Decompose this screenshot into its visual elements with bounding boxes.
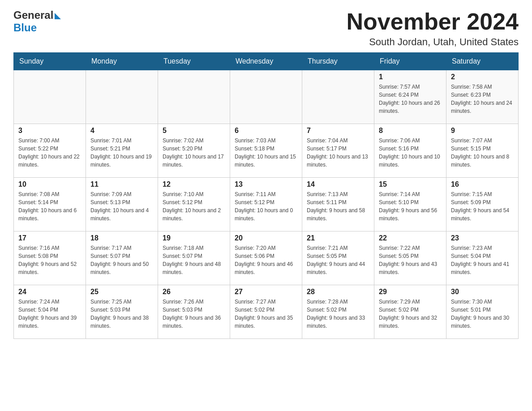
day-info: Sunrise: 7:57 AMSunset: 6:24 PMDaylight:… (379, 83, 442, 115)
day-info: Sunrise: 7:28 AMSunset: 5:02 PMDaylight:… (307, 298, 369, 330)
day-number: 6 (235, 127, 297, 135)
table-row (302, 70, 374, 124)
table-row: 12Sunrise: 7:10 AMSunset: 5:12 PMDayligh… (158, 178, 230, 231)
day-info: Sunrise: 7:16 AMSunset: 5:08 PMDaylight:… (18, 244, 81, 276)
table-row: 9Sunrise: 7:07 AMSunset: 5:15 PMDaylight… (446, 124, 519, 178)
day-info: Sunrise: 7:11 AMSunset: 5:12 PMDaylight:… (235, 190, 297, 223)
day-number: 4 (90, 127, 153, 135)
calendar-week-row: 1Sunrise: 7:57 AMSunset: 6:24 PMDaylight… (14, 70, 519, 124)
day-number: 13 (235, 180, 297, 188)
day-number: 23 (451, 234, 514, 242)
day-number: 8 (379, 127, 442, 135)
day-number: 28 (307, 288, 369, 296)
header-saturday: Saturday (446, 53, 519, 70)
day-info: Sunrise: 7:30 AMSunset: 5:01 PMDaylight:… (451, 298, 514, 330)
day-info: Sunrise: 7:08 AMSunset: 5:14 PMDaylight:… (18, 190, 81, 223)
header-tuesday: Tuesday (158, 53, 230, 70)
day-number: 15 (379, 180, 442, 188)
day-info: Sunrise: 7:23 AMSunset: 5:04 PMDaylight:… (451, 244, 514, 276)
table-row: 21Sunrise: 7:21 AMSunset: 5:05 PMDayligh… (302, 231, 374, 285)
day-number: 1 (379, 73, 442, 81)
header-sunday: Sunday (14, 53, 86, 70)
day-number: 12 (163, 180, 225, 188)
calendar-table: Sunday Monday Tuesday Wednesday Thursday… (13, 52, 519, 339)
table-row: 7Sunrise: 7:04 AMSunset: 5:17 PMDaylight… (302, 124, 374, 178)
day-info: Sunrise: 7:17 AMSunset: 5:07 PMDaylight:… (90, 244, 153, 276)
table-row: 16Sunrise: 7:15 AMSunset: 5:09 PMDayligh… (446, 178, 519, 231)
table-row: 1Sunrise: 7:57 AMSunset: 6:24 PMDaylight… (374, 70, 446, 124)
day-number: 20 (235, 234, 297, 242)
day-number: 2 (451, 73, 514, 81)
calendar-week-row: 3Sunrise: 7:00 AMSunset: 5:22 PMDaylight… (14, 124, 519, 178)
day-info: Sunrise: 7:09 AMSunset: 5:13 PMDaylight:… (90, 190, 153, 223)
page-header: General Blue November 2024 South Jordan,… (13, 9, 519, 48)
table-row (230, 70, 302, 124)
day-info: Sunrise: 7:25 AMSunset: 5:03 PMDaylight:… (90, 298, 153, 330)
table-row (158, 70, 230, 124)
table-row: 2Sunrise: 7:58 AMSunset: 6:23 PMDaylight… (446, 70, 519, 124)
title-section: November 2024 South Jordan, Utah, United… (347, 9, 519, 48)
table-row: 30Sunrise: 7:30 AMSunset: 5:01 PMDayligh… (446, 285, 519, 339)
table-row: 15Sunrise: 7:14 AMSunset: 5:10 PMDayligh… (374, 178, 446, 231)
day-info: Sunrise: 7:01 AMSunset: 5:21 PMDaylight:… (90, 137, 153, 169)
day-number: 9 (451, 127, 514, 135)
day-number: 11 (90, 180, 153, 188)
logo-general-text: General (13, 9, 53, 21)
day-info: Sunrise: 7:07 AMSunset: 5:15 PMDaylight:… (451, 137, 514, 169)
day-info: Sunrise: 7:26 AMSunset: 5:03 PMDaylight:… (163, 298, 225, 330)
header-thursday: Thursday (302, 53, 374, 70)
day-info: Sunrise: 7:10 AMSunset: 5:12 PMDaylight:… (163, 190, 225, 223)
day-info: Sunrise: 7:24 AMSunset: 5:04 PMDaylight:… (18, 298, 81, 330)
logo: General Blue (13, 9, 61, 34)
logo-triangle-icon (55, 13, 61, 19)
table-row: 29Sunrise: 7:29 AMSunset: 5:02 PMDayligh… (374, 285, 446, 339)
day-number: 18 (90, 234, 153, 242)
day-number: 14 (307, 180, 369, 188)
table-row: 20Sunrise: 7:20 AMSunset: 5:06 PMDayligh… (230, 231, 302, 285)
day-number: 22 (379, 234, 442, 242)
table-row: 18Sunrise: 7:17 AMSunset: 5:07 PMDayligh… (86, 231, 158, 285)
day-info: Sunrise: 7:27 AMSunset: 5:02 PMDaylight:… (235, 298, 297, 330)
day-info: Sunrise: 7:06 AMSunset: 5:16 PMDaylight:… (379, 137, 442, 169)
day-number: 16 (451, 180, 514, 188)
day-number: 30 (451, 288, 514, 296)
calendar-subtitle: South Jordan, Utah, United States (347, 36, 519, 48)
day-info: Sunrise: 7:03 AMSunset: 5:18 PMDaylight:… (235, 137, 297, 169)
calendar-header-row: Sunday Monday Tuesday Wednesday Thursday… (14, 53, 519, 70)
day-info: Sunrise: 7:58 AMSunset: 6:23 PMDaylight:… (451, 83, 514, 115)
calendar-week-row: 17Sunrise: 7:16 AMSunset: 5:08 PMDayligh… (14, 231, 519, 285)
day-info: Sunrise: 7:04 AMSunset: 5:17 PMDaylight:… (307, 137, 369, 169)
table-row: 14Sunrise: 7:13 AMSunset: 5:11 PMDayligh… (302, 178, 374, 231)
day-info: Sunrise: 7:20 AMSunset: 5:06 PMDaylight:… (235, 244, 297, 276)
table-row: 6Sunrise: 7:03 AMSunset: 5:18 PMDaylight… (230, 124, 302, 178)
day-number: 7 (307, 127, 369, 135)
day-number: 5 (163, 127, 225, 135)
day-info: Sunrise: 7:22 AMSunset: 5:05 PMDaylight:… (379, 244, 442, 276)
table-row: 8Sunrise: 7:06 AMSunset: 5:16 PMDaylight… (374, 124, 446, 178)
header-friday: Friday (374, 53, 446, 70)
logo-blue-text: Blue (13, 21, 37, 34)
day-number: 10 (18, 180, 81, 188)
day-number: 26 (163, 288, 225, 296)
table-row: 5Sunrise: 7:02 AMSunset: 5:20 PMDaylight… (158, 124, 230, 178)
day-info: Sunrise: 7:21 AMSunset: 5:05 PMDaylight:… (307, 244, 369, 276)
day-number: 25 (90, 288, 153, 296)
table-row: 27Sunrise: 7:27 AMSunset: 5:02 PMDayligh… (230, 285, 302, 339)
table-row: 10Sunrise: 7:08 AMSunset: 5:14 PMDayligh… (14, 178, 86, 231)
table-row: 13Sunrise: 7:11 AMSunset: 5:12 PMDayligh… (230, 178, 302, 231)
day-info: Sunrise: 7:14 AMSunset: 5:10 PMDaylight:… (379, 190, 442, 223)
day-number: 24 (18, 288, 81, 296)
calendar-title: November 2024 (347, 9, 519, 34)
day-number: 19 (163, 234, 225, 242)
day-info: Sunrise: 7:18 AMSunset: 5:07 PMDaylight:… (163, 244, 225, 276)
calendar-week-row: 24Sunrise: 7:24 AMSunset: 5:04 PMDayligh… (14, 285, 519, 339)
table-row: 24Sunrise: 7:24 AMSunset: 5:04 PMDayligh… (14, 285, 86, 339)
day-number: 17 (18, 234, 81, 242)
table-row: 17Sunrise: 7:16 AMSunset: 5:08 PMDayligh… (14, 231, 86, 285)
table-row: 3Sunrise: 7:00 AMSunset: 5:22 PMDaylight… (14, 124, 86, 178)
day-number: 29 (379, 288, 442, 296)
table-row: 26Sunrise: 7:26 AMSunset: 5:03 PMDayligh… (158, 285, 230, 339)
day-info: Sunrise: 7:29 AMSunset: 5:02 PMDaylight:… (379, 298, 442, 330)
table-row: 4Sunrise: 7:01 AMSunset: 5:21 PMDaylight… (86, 124, 158, 178)
table-row: 11Sunrise: 7:09 AMSunset: 5:13 PMDayligh… (86, 178, 158, 231)
